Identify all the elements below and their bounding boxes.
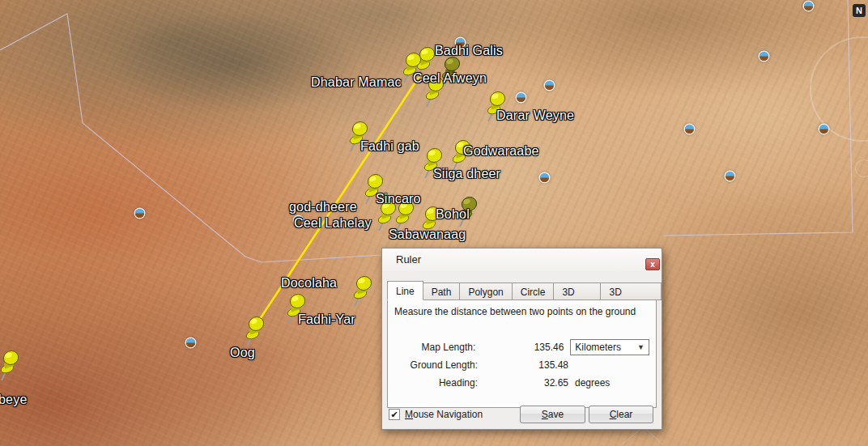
ruler-tab-pane: Measure the distance between two points … xyxy=(387,299,657,408)
google-earth-map-viewport[interactable]: Badhi GalisDhabar MamacCeel AfweynDarar … xyxy=(0,0,868,446)
ground-length-label: Ground Length: xyxy=(394,359,478,371)
heading-unit: degrees xyxy=(575,377,610,389)
heading-value: 32.65 xyxy=(478,377,568,389)
save-button[interactable]: Save xyxy=(520,406,585,423)
place-label-fadhi-gab[interactable]: Fadhi gab xyxy=(360,139,419,154)
ruler-dialog-titlebar[interactable]: Ruler xyxy=(382,248,662,271)
close-icon[interactable]: x xyxy=(645,258,660,270)
photo-icon[interactable] xyxy=(517,93,525,102)
photo-icon[interactable] xyxy=(540,173,549,182)
place-label-badhi-galis[interactable]: Badhi Galis xyxy=(435,44,503,58)
north-compass-badge[interactable]: N xyxy=(853,4,866,17)
place-label-beye[interactable]: beye xyxy=(0,393,28,407)
map-length-row: Map Length: 135.46 Kilometers ▼ xyxy=(394,338,649,356)
tab-polygon[interactable]: Polygon xyxy=(459,282,512,300)
ground-length-row: Ground Length: 135.48 xyxy=(394,356,649,374)
photo-icon[interactable] xyxy=(685,125,694,134)
measure-description: Measure the distance between two points … xyxy=(394,306,649,317)
place-label-darar-weyne[interactable]: Darar Weyne xyxy=(496,108,574,123)
ruler-dialog-footer: ✔ Mouse Navigation Save Clear xyxy=(389,406,653,423)
photo-icon[interactable] xyxy=(135,209,144,218)
place-label-sabawanaag[interactable]: Sabawanaag xyxy=(389,227,466,242)
ruler-tabs: Line Path Polygon Circle 3D path 3D poly… xyxy=(387,281,662,300)
heading-label: Heading: xyxy=(394,377,478,389)
tab-3d-polygon[interactable]: 3D polygon xyxy=(600,282,662,300)
place-label-siiga-dheer[interactable]: Siiga dheer xyxy=(433,167,500,181)
place-label-fadhi-yar[interactable]: Fadhi-Yar xyxy=(298,312,355,327)
tab-path[interactable]: Path xyxy=(423,282,461,300)
map-pin-docolaha[interactable] xyxy=(351,276,375,308)
photo-icon[interactable] xyxy=(725,172,734,181)
place-label-god-dheere[interactable]: god-dheere xyxy=(289,200,357,215)
map-pin-oog[interactable] xyxy=(243,316,267,349)
chevron-down-icon: ▼ xyxy=(637,343,645,351)
ground-length-value: 135.48 xyxy=(478,359,568,371)
place-label-dhabar-mamac[interactable]: Dhabar Mamac xyxy=(311,75,402,90)
units-dropdown-value: Kilometers xyxy=(575,342,621,353)
photo-icon[interactable] xyxy=(760,52,768,61)
place-label-ceel-lahelay[interactable]: Ceel Lahelay xyxy=(294,216,372,231)
place-label-docolaha[interactable]: Docolaha xyxy=(281,276,337,291)
photo-icon[interactable] xyxy=(804,2,813,11)
ruler-dialog: Ruler x Line Path Polygon Circle 3D path… xyxy=(381,248,662,430)
place-label-ceel-afweyn[interactable]: Ceel Afweyn xyxy=(413,71,487,86)
mouse-navigation-label[interactable]: Mouse Navigation xyxy=(405,409,483,420)
units-dropdown[interactable]: Kilometers ▼ xyxy=(570,339,649,355)
photo-icon[interactable] xyxy=(186,338,195,347)
map-length-label: Map Length: xyxy=(394,342,475,353)
tab-line[interactable]: Line xyxy=(387,281,423,300)
place-label-godwaraabe[interactable]: Godwaraabe xyxy=(463,144,539,159)
photo-icon[interactable] xyxy=(819,125,828,134)
photo-icon[interactable] xyxy=(545,81,554,90)
map-pin-beye[interactable] xyxy=(0,350,22,383)
map-length-value: 135.46 xyxy=(475,342,564,353)
place-label-sincaro[interactable]: Sincaro xyxy=(376,192,421,206)
mouse-navigation-checkbox[interactable]: ✔ xyxy=(389,409,400,420)
ruler-dialog-title: Ruler xyxy=(396,253,421,265)
heading-row: Heading: 32.65 degrees xyxy=(394,374,649,392)
tab-3d-path[interactable]: 3D path xyxy=(553,282,601,300)
tab-circle[interactable]: Circle xyxy=(512,282,555,300)
place-label-bohol[interactable]: Bohol xyxy=(436,207,470,222)
place-label-oog[interactable]: Oog xyxy=(230,346,255,360)
clear-button[interactable]: Clear xyxy=(589,406,653,423)
